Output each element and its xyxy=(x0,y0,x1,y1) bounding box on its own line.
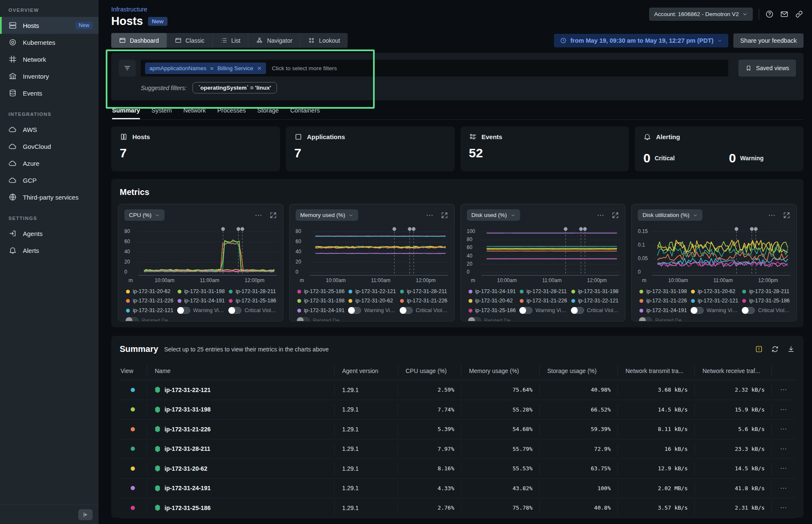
host-link[interactable]: ip-172-31-31-198 xyxy=(155,406,211,413)
chart-plot[interactable] xyxy=(310,227,448,277)
legend-item-ip-172-31-21-226[interactable]: ip-172-31-21-226 xyxy=(639,298,688,304)
event-marker[interactable] xyxy=(735,227,738,231)
legend-toggle-critical-violat-[interactable]: Critical Violat... xyxy=(571,307,620,314)
event-marker[interactable] xyxy=(579,227,583,231)
view-cell[interactable] xyxy=(120,462,147,475)
legend-item-ip-172-31-20-62[interactable]: ip-172-31-20-62 xyxy=(691,288,739,294)
legend-toggle-critical-violat-[interactable]: Critical Violat... xyxy=(229,307,277,314)
legend-toggle-warning-viol-[interactable]: Warning Viol... xyxy=(520,307,568,314)
filter-icon-button[interactable] xyxy=(119,60,136,77)
tab-processes[interactable]: Processes xyxy=(217,107,246,119)
legend-item-ip-172-31-22-121[interactable]: ip-172-31-22-121 xyxy=(691,298,739,304)
legend-item-ip-172-31-20-62[interactable]: ip-172-31-20-62 xyxy=(348,298,397,304)
toggle-switch[interactable] xyxy=(348,307,361,314)
more-options-icon[interactable] xyxy=(597,211,604,219)
legend-toggle-related-depl-[interactable]: Related Depl... xyxy=(126,317,174,321)
filter-chip[interactable]: apmApplicationNames = Billing Service xyxy=(145,63,266,74)
chart-metric-selector[interactable]: Disk used (%) xyxy=(467,209,520,221)
sidebar-item-azure[interactable]: Azure xyxy=(0,155,99,172)
host-link[interactable]: ip-172-31-22-121 xyxy=(155,387,211,393)
account-selector[interactable]: Account: 1606862 - Demotron V2 xyxy=(649,8,753,21)
host-link[interactable]: ip-172-31-28-211 xyxy=(155,445,210,452)
row-actions-button[interactable] xyxy=(771,384,795,396)
tab-summary[interactable]: Summary xyxy=(112,107,140,119)
tab-containers[interactable]: Containers xyxy=(290,107,320,119)
sidebar-item-govcloud[interactable]: GovCloud xyxy=(0,138,99,155)
legend-item-ip-172-31-21-226[interactable]: ip-172-31-21-226 xyxy=(400,298,448,304)
download-icon[interactable] xyxy=(787,345,795,353)
event-marker[interactable] xyxy=(236,227,240,231)
tab-storage[interactable]: Storage xyxy=(257,107,279,119)
legend-toggle-warning-viol-[interactable]: Warning Viol... xyxy=(178,307,226,314)
toggle-switch[interactable] xyxy=(742,307,755,314)
event-marker[interactable] xyxy=(754,227,758,231)
stat-card-applications[interactable]: Applications7 xyxy=(286,126,455,171)
table-warning-icon[interactable] xyxy=(755,345,763,353)
link-icon[interactable] xyxy=(795,10,804,19)
stat-card-events[interactable]: Events52 xyxy=(461,126,629,171)
legend-item-ip-172-31-21-226[interactable]: ip-172-31-21-226 xyxy=(520,298,568,304)
more-options-icon[interactable] xyxy=(255,211,262,219)
tab-network[interactable]: Network xyxy=(183,107,206,119)
legend-toggle-warning-viol-[interactable]: Warning Viol... xyxy=(348,307,397,314)
sidebar-item-gcp[interactable]: GCP xyxy=(0,172,99,189)
legend-toggle-critical-violat-[interactable]: Critical Violat... xyxy=(400,307,448,314)
legend-item-ip-172-31-28-211[interactable]: ip-172-31-28-211 xyxy=(520,288,568,294)
event-marker[interactable] xyxy=(750,227,754,231)
row-actions-button[interactable] xyxy=(771,403,795,416)
time-range-picker[interactable]: from May 19, 09:30 am to May 19, 12:27 p… xyxy=(554,34,728,47)
event-marker[interactable] xyxy=(241,227,244,231)
column-header-cpu-usage-[interactable]: CPU usage (%) xyxy=(398,365,461,376)
more-options-icon[interactable] xyxy=(768,211,776,219)
legend-item-ip-172-31-25-186[interactable]: ip-172-31-25-186 xyxy=(297,288,346,294)
column-header-network-transmit-tra-[interactable]: Network transmit tra... xyxy=(617,365,694,376)
sidebar-item-network[interactable]: Network xyxy=(0,51,99,68)
help-icon[interactable] xyxy=(765,10,774,19)
stat-card-hosts[interactable]: Hosts7 xyxy=(111,126,280,171)
filter-input[interactable]: apmApplicationNames = Billing Service Cl… xyxy=(141,60,728,77)
sidebar-collapse-button[interactable] xyxy=(78,509,93,520)
legend-item-ip-172-31-31-198[interactable]: ip-172-31-31-198 xyxy=(297,298,346,304)
saved-views-button[interactable]: Saved views xyxy=(738,60,796,77)
legend-item-ip-172-31-25-186[interactable]: ip-172-31-25-186 xyxy=(229,298,277,304)
more-options-icon[interactable] xyxy=(426,211,433,219)
tab-system[interactable]: System xyxy=(151,107,172,119)
sidebar-item-aws[interactable]: AWS xyxy=(0,121,99,138)
event-marker[interactable] xyxy=(408,227,411,231)
sidebar-item-third-party-services[interactable]: Third-party services xyxy=(0,189,99,206)
legend-item-ip-172-31-25-186[interactable]: ip-172-31-25-186 xyxy=(742,298,790,304)
sidebar-item-events[interactable]: Events xyxy=(0,85,99,102)
legend-item-ip-172-31-22-121[interactable]: ip-172-31-22-121 xyxy=(348,288,397,294)
chart-plot[interactable] xyxy=(139,227,277,277)
legend-item-ip-172-31-31-198[interactable]: ip-172-31-31-198 xyxy=(571,288,620,294)
column-header-view[interactable]: View xyxy=(120,365,147,376)
legend-item-ip-172-31-22-121[interactable]: ip-172-31-22-121 xyxy=(571,298,620,304)
stat-card-alerting[interactable]: Alerting0Critical0Warning xyxy=(635,126,804,171)
column-header-storage-usage-[interactable]: Storage usage (%) xyxy=(539,365,617,376)
expand-icon[interactable] xyxy=(612,211,619,219)
chart-metric-selector[interactable]: Memory used (%) xyxy=(296,209,359,221)
legend-item-ip-172-31-20-62[interactable]: ip-172-31-20-62 xyxy=(469,298,517,304)
event-marker[interactable] xyxy=(392,227,396,231)
legend-item-ip-172-31-28-211[interactable]: ip-172-31-28-211 xyxy=(229,288,277,294)
sidebar-item-agents[interactable]: Agents xyxy=(0,225,99,242)
toggle-switch[interactable] xyxy=(126,317,139,321)
toggle-switch[interactable] xyxy=(229,307,241,314)
view-cell[interactable] xyxy=(120,482,147,494)
breadcrumb[interactable]: Infrastructure xyxy=(111,6,167,13)
view-tab-navigator[interactable]: Navigator xyxy=(248,33,300,48)
toggle-switch[interactable] xyxy=(691,307,704,314)
view-cell[interactable] xyxy=(120,384,147,396)
legend-item-ip-172-31-31-198[interactable]: ip-172-31-31-198 xyxy=(178,288,226,294)
legend-item-ip-172-31-28-211[interactable]: ip-172-31-28-211 xyxy=(742,288,790,294)
refresh-icon[interactable] xyxy=(771,345,779,353)
host-link[interactable]: ip-172-31-25-186 xyxy=(155,505,211,511)
chart-plot[interactable] xyxy=(481,227,620,277)
chart-metric-selector[interactable]: CPU (%) xyxy=(124,209,165,221)
legend-item-ip-172-31-24-191[interactable]: ip-172-31-24-191 xyxy=(297,307,346,314)
toggle-switch[interactable] xyxy=(297,317,310,321)
expand-icon[interactable] xyxy=(441,211,448,219)
legend-item-ip-172-31-20-62[interactable]: ip-172-31-20-62 xyxy=(126,288,174,294)
row-actions-button[interactable] xyxy=(771,423,795,436)
legend-item-ip-172-31-31-198[interactable]: ip-172-31-31-198 xyxy=(639,288,688,294)
